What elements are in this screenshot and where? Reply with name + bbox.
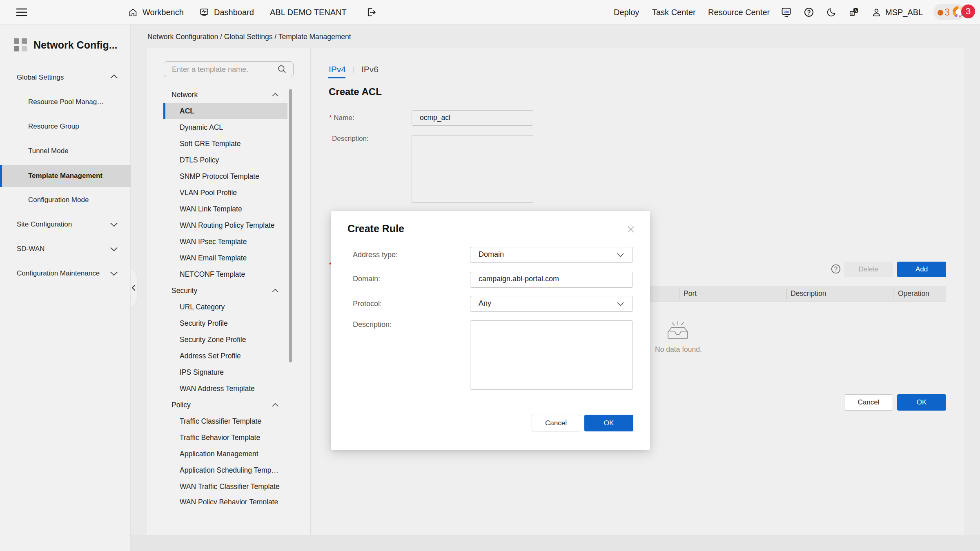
- svg-text:A: A: [854, 9, 857, 13]
- svg-text:文: 文: [851, 12, 854, 16]
- svg-text:Old: Old: [784, 10, 789, 13]
